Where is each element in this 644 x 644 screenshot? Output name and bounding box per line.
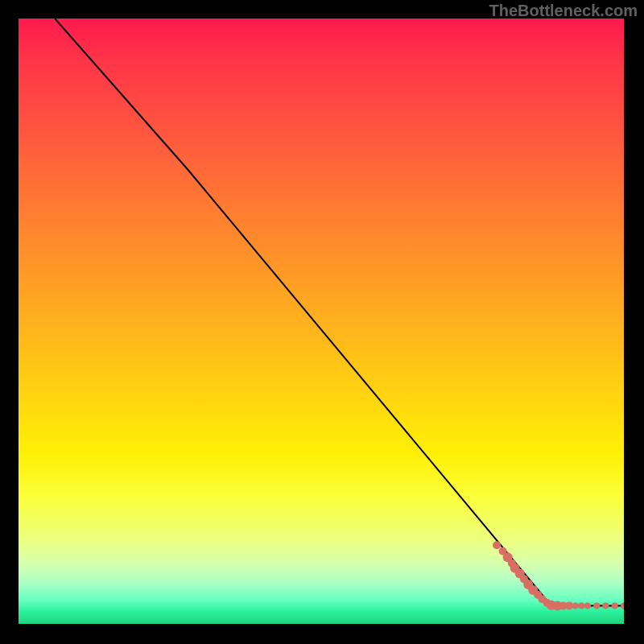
watermark-text: TheBottleneck.com	[489, 2, 638, 20]
chart-background	[19, 19, 624, 624]
